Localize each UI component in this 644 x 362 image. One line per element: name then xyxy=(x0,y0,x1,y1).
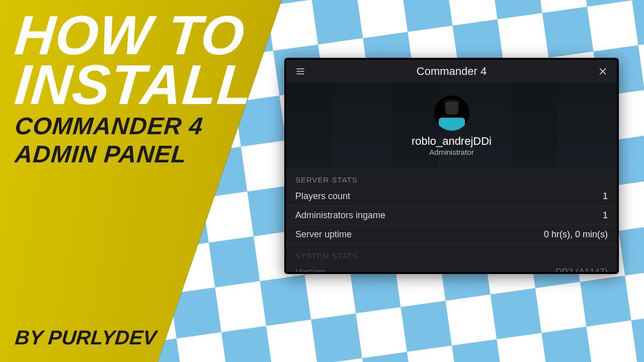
system-stats-header: SYSTEM STATS xyxy=(286,244,617,263)
user-name: roblo_andrejDDi xyxy=(412,135,492,148)
window-titlebar: Commander 4 xyxy=(286,60,617,83)
menu-button[interactable] xyxy=(293,64,307,78)
stat-value: 0 hr(s), 0 min(s) xyxy=(544,229,608,240)
stat-value: DP2 (A1147) xyxy=(555,267,608,274)
thumbnail-headline: HOW TO INSTALL COMMANDER 4 ADMIN PANEL xyxy=(15,10,253,167)
stat-row: Administrators ingame 1 xyxy=(286,206,617,225)
headline-line-2: INSTALL xyxy=(13,60,255,111)
hamburger-icon xyxy=(295,66,305,76)
user-hero: roblo_andrejDDi Administrator xyxy=(286,83,617,168)
stat-label: Server uptime xyxy=(295,229,352,240)
stat-label: Administrators ingame xyxy=(295,210,385,221)
stat-row: Version DP2 (A1147) xyxy=(286,263,617,274)
headline-sub-2: ADMIN PANEL xyxy=(14,142,254,167)
window-title: Commander 4 xyxy=(417,65,487,78)
stat-value: 1 xyxy=(603,210,608,221)
stat-label: Version xyxy=(295,267,326,274)
byline: BY PURLYDEV xyxy=(14,326,157,349)
stat-label: Players count xyxy=(295,191,350,202)
headline-sub-1: COMMANDER 4 xyxy=(14,114,254,139)
close-button[interactable] xyxy=(596,64,610,78)
stat-row: Server uptime 0 hr(s), 0 min(s) xyxy=(286,225,617,244)
user-role: Administrator xyxy=(429,148,473,156)
stat-row: Players count 1 xyxy=(286,187,617,206)
server-stats-header: SERVER STATS xyxy=(286,168,617,187)
headline-line-1: HOW TO xyxy=(13,10,255,60)
stat-value: 1 xyxy=(603,191,608,202)
close-icon xyxy=(598,66,608,76)
avatar xyxy=(434,96,469,131)
commander-window: Commander 4 roblo_andrejDDi Administrato… xyxy=(284,58,619,274)
